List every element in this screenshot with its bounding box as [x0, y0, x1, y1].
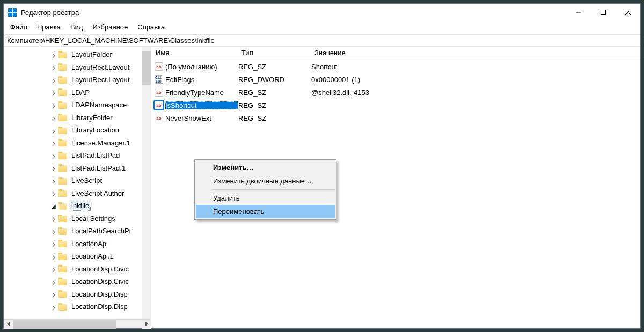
tree-horizontal-scrollbar[interactable]	[4, 319, 151, 328]
binary-value-icon: 011 110	[155, 75, 163, 84]
tree-item[interactable]: LocationApi	[4, 238, 151, 250]
tree-item[interactable]: ListPad.ListPad.1	[4, 162, 151, 175]
chevron-right-icon[interactable]	[51, 64, 56, 70]
tree-item[interactable]: LocationDisp.Civic	[4, 275, 151, 288]
folder-icon	[58, 177, 67, 185]
tree-vertical-scrollbar[interactable]	[142, 47, 151, 319]
column-name-header[interactable]: Имя	[151, 47, 237, 60]
tree-item-label: LocationDisp.Civic	[70, 264, 130, 274]
list-body[interactable]: ab(По умолчанию)REG_SZShortcut011 110Edi…	[151, 60, 640, 124]
scroll-thumb[interactable]	[13, 320, 116, 329]
tree-item[interactable]: LocationDisp.Disp	[4, 300, 151, 313]
chevron-right-icon[interactable]	[51, 254, 56, 259]
column-value-header[interactable]: Значение	[310, 47, 640, 60]
menu-help[interactable]: Справка	[133, 22, 169, 32]
value-type: REG_DWORD	[238, 76, 311, 84]
value-name: NeverShowExt	[165, 114, 238, 122]
chevron-right-icon[interactable]	[51, 165, 56, 171]
chevron-right-icon[interactable]	[51, 77, 56, 83]
tree-item[interactable]: lnkfile	[4, 200, 151, 212]
context-menu: Изменить… Изменить двоичные данные… Удал…	[194, 159, 336, 220]
tree-item[interactable]: LayoutFolder	[4, 48, 151, 61]
titlebar[interactable]: Редактор реестра	[4, 4, 640, 21]
context-menu-modify[interactable]: Изменить…	[196, 161, 335, 174]
string-value-icon: ab	[155, 114, 163, 122]
menu-file[interactable]: Файл	[6, 22, 32, 32]
chevron-right-icon[interactable]	[51, 115, 56, 120]
value-name: (По умолчанию)	[165, 63, 238, 71]
folder-icon	[58, 189, 67, 197]
folder-icon	[58, 76, 67, 84]
tree-item[interactable]: LibraryFolder	[4, 112, 151, 124]
registry-value-row[interactable]: ab(По умолчанию)REG_SZShortcut	[151, 60, 640, 73]
tree-view[interactable]: LayoutFolderLayoutRect.LayoutLayoutRect.…	[4, 47, 151, 319]
tree-item[interactable]: LiveScript	[4, 174, 151, 187]
value-data: @shell32.dll,-4153	[311, 88, 640, 97]
window-controls	[566, 4, 640, 21]
chevron-right-icon[interactable]	[51, 279, 56, 284]
context-menu-modify-binary[interactable]: Изменить двоичные данные…	[196, 174, 335, 188]
context-menu-rename[interactable]: Переименовать	[196, 205, 335, 218]
registry-value-row[interactable]: abIsShortcutREG_SZ	[151, 99, 640, 112]
chevron-right-icon[interactable]	[51, 241, 56, 246]
value-name: EditFlags	[165, 76, 238, 84]
registry-value-row[interactable]: abFriendlyTypeNameREG_SZ@shell32.dll,-41…	[151, 86, 640, 99]
chevron-right-icon[interactable]	[51, 203, 56, 209]
folder-icon	[58, 51, 67, 58]
column-type-header[interactable]: Тип	[237, 47, 310, 60]
chevron-right-icon[interactable]	[51, 52, 56, 57]
context-menu-delete[interactable]: Удалить	[196, 191, 335, 205]
tree-item[interactable]: LocationApi.1	[4, 250, 151, 263]
chevron-right-icon[interactable]	[51, 140, 56, 145]
registry-editor-window: Редактор реестра Файл Правка Вид Избранн…	[3, 3, 641, 329]
chevron-right-icon[interactable]	[51, 90, 56, 95]
tree-item[interactable]: License.Manager.1	[4, 137, 151, 150]
menu-view[interactable]: Вид	[66, 22, 87, 32]
tree-item[interactable]: LDAP	[4, 86, 151, 99]
chevron-right-icon[interactable]	[51, 128, 56, 133]
scroll-right-button[interactable]	[142, 320, 151, 329]
tree-item-label: ListPad.ListPad	[70, 151, 121, 160]
folder-icon	[58, 139, 67, 146]
tree-item-label: LDAPNamespace	[70, 100, 128, 109]
chevron-right-icon[interactable]	[51, 102, 56, 108]
tree-item[interactable]: LayoutRect.Layout	[4, 73, 151, 86]
tree-item[interactable]: LocationDisp.Civic	[4, 263, 151, 276]
chevron-right-icon[interactable]	[51, 266, 56, 271]
tree-scrollbar-thumb[interactable]	[142, 51, 151, 85]
chevron-right-icon[interactable]	[51, 228, 56, 234]
minimize-button[interactable]	[566, 4, 591, 21]
chevron-right-icon[interactable]	[51, 190, 56, 196]
tree-item[interactable]: LibraryLocation	[4, 124, 151, 137]
registry-value-row[interactable]: 011 110EditFlagsREG_DWORD0x00000001 (1)	[151, 73, 640, 86]
tree-item[interactable]: Local Settings	[4, 212, 151, 225]
close-button[interactable]	[616, 4, 640, 21]
tree-item[interactable]: LocationDisp.Disp	[4, 288, 151, 301]
tree-item-label: LocalPathSearchPr	[70, 226, 133, 235]
chevron-right-icon[interactable]	[51, 291, 56, 297]
address-bar[interactable]: Компьютер\HKEY_LOCAL_MACHINE\SOFTWARE\Cl…	[4, 34, 640, 47]
window-title: Редактор реестра	[21, 9, 566, 17]
folder-icon	[58, 253, 67, 260]
menu-favorites[interactable]: Избранное	[88, 22, 132, 32]
chevron-right-icon[interactable]	[51, 304, 56, 309]
scroll-track[interactable]	[13, 320, 142, 329]
tree-item-label: LocationApi	[70, 239, 109, 248]
folder-icon	[58, 164, 67, 172]
registry-value-row[interactable]: abNeverShowExtREG_SZ	[151, 112, 640, 124]
tree-item-label: LocationDisp.Civic	[70, 277, 130, 286]
tree-item[interactable]: LiveScript Author	[4, 187, 151, 200]
tree-item-label: Local Settings	[70, 214, 116, 223]
scroll-left-button[interactable]	[4, 320, 13, 329]
chevron-right-icon[interactable]	[51, 216, 56, 221]
maximize-button[interactable]	[591, 4, 616, 21]
menu-edit[interactable]: Правка	[33, 22, 65, 32]
folder-icon	[58, 88, 67, 96]
value-type: REG_SZ	[238, 88, 311, 97]
tree-item[interactable]: LDAPNamespace	[4, 99, 151, 112]
tree-item[interactable]: LayoutRect.Layout	[4, 61, 151, 74]
chevron-right-icon[interactable]	[51, 178, 56, 183]
chevron-right-icon[interactable]	[51, 153, 56, 158]
tree-item[interactable]: ListPad.ListPad	[4, 149, 151, 162]
tree-item[interactable]: LocalPathSearchPr	[4, 225, 151, 238]
